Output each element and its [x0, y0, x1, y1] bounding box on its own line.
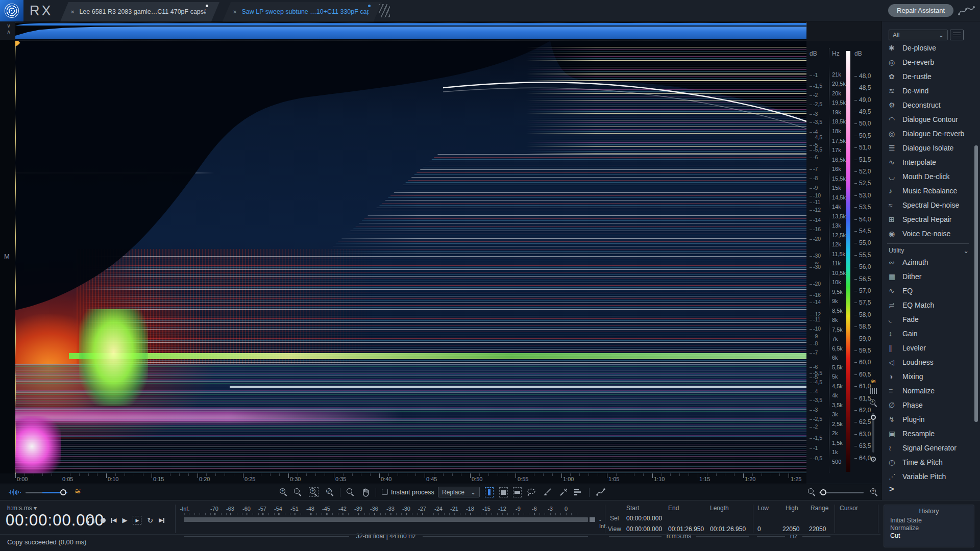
- freq-tick[interactable]: 20k: [832, 90, 841, 96]
- freq-tick[interactable]: 16,5k: [832, 157, 846, 163]
- module-menu-button[interactable]: [950, 30, 964, 40]
- freq-low-value[interactable]: 0: [757, 525, 761, 533]
- panel-expand-chevron[interactable]: >: [889, 485, 894, 494]
- frequency-selection-tool[interactable]: [513, 487, 522, 497]
- freq-tick[interactable]: 10k: [832, 279, 841, 285]
- overview-collapse-icons[interactable]: ∨∧: [4, 22, 14, 40]
- freq-tick[interactable]: 12k: [832, 241, 841, 247]
- zoom-fit-icon[interactable]: ⤢: [326, 488, 334, 496]
- amplitude-colorbar[interactable]: [846, 51, 850, 472]
- utility-item[interactable]: ∅ Phase: [882, 398, 974, 412]
- h-zoom-out-icon[interactable]: −: [808, 488, 816, 496]
- tab-file-1[interactable]: ✕ Lee 6581 R3 2083 gamle…C11 470pF caps#…: [60, 2, 219, 21]
- freq-tick[interactable]: 19k: [832, 109, 841, 115]
- utility-item[interactable]: ∾ Azimuth: [882, 255, 974, 269]
- utility-item[interactable]: ≡ Normalize: [882, 384, 974, 398]
- freq-tick[interactable]: 15k: [832, 185, 841, 191]
- time-ruler[interactable]: 0:000:050:100:150:200:250:300:350:400:45…: [15, 473, 806, 484]
- module-item[interactable]: ≋ De-wind: [882, 84, 974, 98]
- instant-process-label[interactable]: Instant process: [391, 489, 434, 496]
- freq-tick[interactable]: 14,5k: [832, 194, 846, 201]
- tab-file-2-active[interactable]: ✕ Saw LP sweep subtune …10+C11 330pF cap…: [223, 2, 382, 21]
- history-item[interactable]: Initial State: [890, 517, 974, 524]
- module-item[interactable]: ♪ Music Rebalance: [882, 184, 974, 198]
- module-item[interactable]: ✱ De-plosive: [882, 41, 974, 55]
- magic-wand-tool-icon[interactable]: [559, 488, 568, 496]
- freq-tick[interactable]: 2,5k: [832, 421, 843, 427]
- monitor-headphones-icon[interactable]: [87, 516, 95, 524]
- zoom-selection-icon[interactable]: +: [310, 488, 317, 496]
- freq-tick[interactable]: 11k: [832, 260, 841, 266]
- utility-item[interactable]: ≓ EQ Match: [882, 298, 974, 312]
- vertical-zoom-reset-icon[interactable]: [871, 457, 876, 462]
- repair-assistant-button[interactable]: Repair Assistant: [888, 4, 953, 17]
- utility-item[interactable]: ◑ Mixing: [882, 369, 974, 384]
- freq-tick[interactable]: 20,5k: [832, 81, 846, 87]
- module-item[interactable]: ✿ De-rustle: [882, 69, 974, 84]
- utility-item[interactable]: ▦ Dither: [882, 269, 974, 284]
- izotope-logo[interactable]: [0, 0, 23, 21]
- freq-tick[interactable]: 12,5k: [832, 232, 846, 238]
- tab-drag-stripes-icon[interactable]: [379, 4, 390, 17]
- module-item[interactable]: ◎ De-reverb: [882, 55, 974, 69]
- module-item[interactable]: ∿ Interpolate: [882, 155, 974, 169]
- flatten-layers-icon[interactable]: [574, 488, 582, 495]
- freq-tick[interactable]: 21k: [832, 71, 841, 78]
- utility-item[interactable]: ∿ EQ: [882, 284, 974, 298]
- history-item[interactable]: Cut: [890, 532, 974, 540]
- freq-tick[interactable]: 1k: [832, 449, 838, 455]
- utility-item[interactable]: ↕ Gain: [882, 327, 974, 341]
- spectrogram-toggle-icon[interactable]: ≋: [867, 378, 880, 386]
- utility-item[interactable]: ◁ Loudness: [882, 355, 974, 369]
- freq-tick[interactable]: 17,5k: [832, 138, 846, 144]
- utility-section-header[interactable]: Utility ⌄: [889, 247, 969, 255]
- playhead-line[interactable]: [15, 41, 16, 473]
- freq-tick[interactable]: 8k: [832, 317, 838, 323]
- module-item[interactable]: ⊞ Spectral Repair: [882, 212, 974, 227]
- magnify-tool-icon[interactable]: [347, 488, 354, 496]
- freq-tick[interactable]: 6k: [832, 355, 838, 361]
- freq-tick[interactable]: 5k: [832, 373, 838, 380]
- utility-item[interactable]: ◟ Fade: [882, 312, 974, 327]
- spectrogram-view[interactable]: [15, 41, 806, 473]
- waveform-overview[interactable]: [15, 22, 806, 40]
- time-format-dropdown[interactable]: h:m:s.ms ▾: [7, 505, 37, 512]
- zoom-out-icon[interactable]: −: [294, 488, 302, 496]
- lasso-tool-icon[interactable]: [527, 488, 536, 496]
- module-item[interactable]: ⚙ Deconstruct: [882, 98, 974, 112]
- freq-tick[interactable]: 19,5k: [832, 99, 846, 106]
- view-end-value[interactable]: 00:01:26.950: [668, 525, 704, 533]
- time-selection-tool[interactable]: [485, 487, 494, 497]
- freq-range-value[interactable]: 22050: [809, 525, 826, 533]
- freq-tick[interactable]: 17k: [832, 147, 841, 153]
- utility-item[interactable]: ◷ Time & Pitch: [882, 455, 974, 469]
- freq-tick[interactable]: 7k: [832, 336, 838, 342]
- play-button[interactable]: ▶: [122, 516, 127, 524]
- waveform-blend-icon[interactable]: [8, 488, 21, 496]
- freq-tick[interactable]: 1,5k: [832, 440, 843, 446]
- spectrogram-blend-icon[interactable]: ≋: [75, 487, 81, 496]
- freq-tick[interactable]: 18,5k: [832, 118, 846, 124]
- freq-tick[interactable]: 13,5k: [832, 213, 846, 219]
- panel-scrollbar[interactable]: [974, 145, 978, 422]
- h-zoom-knob[interactable]: [820, 489, 826, 495]
- hand-tool-icon[interactable]: [361, 488, 370, 497]
- play-selection-button[interactable]: ▶: [133, 516, 141, 524]
- freq-tick[interactable]: 14k: [832, 204, 841, 210]
- utility-item[interactable]: ▣ Resample: [882, 427, 974, 441]
- freq-tick[interactable]: 18k: [832, 128, 841, 134]
- freq-tick[interactable]: 6,5k: [832, 345, 843, 352]
- utility-item[interactable]: ∥ Leveler: [882, 341, 974, 355]
- freq-tick[interactable]: 13k: [832, 222, 841, 229]
- go-to-end-button[interactable]: ▶: [159, 517, 164, 523]
- time-frequency-selection-tool[interactable]: [499, 487, 508, 497]
- blend-knob[interactable]: [60, 489, 66, 495]
- freq-tick[interactable]: 7,5k: [832, 327, 843, 333]
- freq-tick[interactable]: 9k: [832, 298, 838, 304]
- freq-tick[interactable]: 9,5k: [832, 289, 843, 295]
- module-item[interactable]: ◎ Dialogue De-reverb: [882, 127, 974, 141]
- brush-tool-icon[interactable]: [543, 488, 552, 496]
- record-button[interactable]: [101, 518, 106, 523]
- utility-item[interactable]: ≀ Signal Generator: [882, 441, 974, 455]
- zoom-in-icon[interactable]: +: [280, 488, 287, 496]
